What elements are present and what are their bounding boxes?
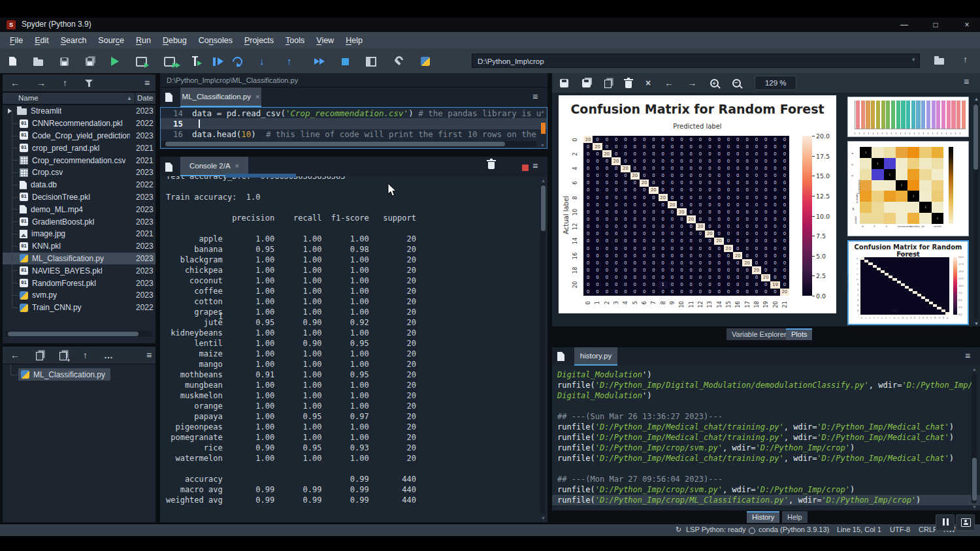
- file-row[interactable]: GradientBoost.pkl2023: [3, 215, 155, 228]
- save-icon[interactable]: [60, 57, 69, 66]
- scrollbar-thumb[interactable]: [165, 142, 505, 146]
- file-row[interactable]: DecisionTree.pkl2023: [3, 191, 155, 204]
- menu-debug[interactable]: Debug: [157, 32, 193, 49]
- next-plot-icon[interactable]: →: [687, 78, 696, 88]
- copy-icon[interactable]: [36, 352, 43, 360]
- scroll-up-icon[interactable]: ▲: [972, 367, 977, 371]
- close-button[interactable]: ×: [959, 19, 975, 31]
- scroll-up-icon[interactable]: ▲: [540, 109, 545, 114]
- maximize-pane-icon[interactable]: [366, 57, 376, 67]
- forward-icon[interactable]: →: [37, 78, 46, 88]
- save-all-plots-icon[interactable]: [582, 79, 591, 87]
- scroll-down-icon[interactable]: ▼: [972, 505, 977, 509]
- thumbnails-scrollbar[interactable]: [973, 103, 978, 319]
- history-log[interactable]: Digital_Modulation')runfile('D:/Python_I…: [552, 366, 980, 511]
- file-row[interactable]: CNNRecommendation.pkl2022: [3, 118, 155, 130]
- code-line[interactable]: 15: [161, 118, 547, 129]
- files-menu-icon[interactable]: ≡: [144, 78, 150, 88]
- scrollbar-thumb[interactable]: [973, 104, 978, 170]
- preferences-icon[interactable]: [393, 56, 404, 67]
- filter-icon[interactable]: [84, 79, 93, 87]
- maximize-button[interactable]: □: [928, 19, 943, 31]
- file-row[interactable]: image.jpg2021: [3, 228, 155, 240]
- scroll-up-icon[interactable]: ▲: [974, 97, 979, 101]
- files-horizontal-scrollbar[interactable]: [5, 331, 152, 337]
- scroll-down-icon[interactable]: ▼: [974, 321, 979, 326]
- code-line[interactable]: 14data = pd.read_csv('Crop_recommendatio…: [161, 108, 547, 118]
- file-row[interactable]: RandomForest.pkl2023: [3, 277, 155, 289]
- file-row[interactable]: Streamlit2023: [3, 105, 155, 118]
- pythonpath-icon[interactable]: [421, 57, 430, 66]
- run-file-icon[interactable]: [111, 57, 119, 66]
- interrupt-kernel-icon[interactable]: [522, 165, 529, 171]
- up-icon[interactable]: ↑: [63, 78, 67, 88]
- zoom-level[interactable]: 129 %: [755, 76, 796, 90]
- remove-plot-icon[interactable]: [625, 81, 632, 88]
- menu-run[interactable]: Run: [130, 32, 157, 49]
- menu-search[interactable]: Search: [55, 32, 93, 49]
- outline-menu-icon[interactable]: ≡: [146, 350, 152, 360]
- run-cell-icon[interactable]: [136, 57, 147, 67]
- tab-history[interactable]: History: [747, 511, 779, 523]
- file-row[interactable]: Crop.csv2023: [3, 166, 155, 179]
- scroll-up-icon[interactable]: ▲: [541, 178, 546, 183]
- scroll-down-icon[interactable]: ▼: [541, 516, 546, 520]
- outline-item[interactable]: ML_Classification.py: [18, 368, 110, 381]
- panel-button[interactable]: [956, 514, 975, 531]
- browse-tabs-icon[interactable]: [557, 352, 564, 361]
- minimize-button[interactable]: —: [896, 19, 912, 31]
- column-name[interactable]: Name: [18, 94, 39, 102]
- code-line[interactable]: 16data.head(10) # this line of code will…: [161, 129, 547, 140]
- scrollbar-thumb[interactable]: [541, 185, 546, 231]
- step-return-icon[interactable]: ↑: [287, 56, 297, 67]
- run-cell-advance-icon[interactable]: [164, 57, 175, 67]
- menu-projects[interactable]: Projects: [238, 32, 280, 49]
- history-options-icon[interactable]: ≡: [965, 351, 970, 361]
- save-plot-icon[interactable]: [560, 79, 568, 87]
- menu-edit[interactable]: Edit: [29, 32, 55, 49]
- tab-help[interactable]: Help: [782, 511, 808, 523]
- scrollbar-thumb[interactable]: [972, 458, 977, 501]
- browse-tabs-icon[interactable]: [165, 163, 172, 172]
- copy-image-icon[interactable]: [604, 80, 612, 88]
- step-into-icon[interactable]: ↓: [259, 56, 270, 67]
- close-tab-icon[interactable]: ×: [255, 93, 259, 101]
- debug-file-icon[interactable]: [213, 57, 216, 66]
- go-up-icon[interactable]: ↑: [83, 350, 88, 360]
- run-to-line-icon[interactable]: [231, 54, 244, 68]
- menu-source[interactable]: Source: [92, 32, 130, 49]
- editor-horizontal-scrollbar[interactable]: [161, 141, 537, 147]
- file-row[interactable]: Code_Crop_yield_prediction.rar2023: [3, 130, 155, 142]
- chevron-down-icon[interactable]: ▾: [912, 56, 915, 63]
- history-file-tab[interactable]: history.py: [574, 347, 617, 366]
- more-icon[interactable]: …: [104, 350, 113, 360]
- menu-help[interactable]: Help: [340, 32, 368, 49]
- file-row[interactable]: Crop_recommendation.csv2021: [3, 154, 155, 166]
- menu-consoles[interactable]: Consoles: [193, 32, 238, 49]
- run-selection-icon[interactable]: [194, 57, 196, 66]
- file-row[interactable]: NAVIES_BAYES.pkl2023: [3, 264, 155, 277]
- scroll-down-icon[interactable]: ▼: [540, 143, 545, 148]
- column-date[interactable]: Date: [137, 94, 153, 102]
- stop-icon[interactable]: [342, 58, 349, 65]
- menu-file[interactable]: File: [4, 32, 29, 49]
- file-row[interactable]: Train_CNN.py2022: [3, 302, 155, 314]
- sort-ascending-icon[interactable]: ▲: [127, 95, 132, 101]
- file-row[interactable]: KNN.pkl2023: [3, 240, 155, 253]
- copy-plus-icon[interactable]: [59, 352, 67, 360]
- plots-options-icon[interactable]: ≡: [964, 76, 969, 87]
- pause-button[interactable]: [936, 514, 955, 531]
- plot-thumbnail-countplot[interactable]: [847, 97, 969, 137]
- tab-variable-explorer[interactable]: Variable Explorer: [727, 328, 792, 340]
- remove-variables-icon[interactable]: [488, 162, 495, 169]
- file-row[interactable]: ML_Classification.py2023: [3, 253, 155, 265]
- working-directory-input[interactable]: D:\Python_Imp\crop: [472, 54, 920, 68]
- interpreter-status[interactable]: conda (Python 3.9.13): [759, 526, 829, 533]
- open-file-icon[interactable]: [33, 59, 43, 66]
- tab-plots[interactable]: Plots: [786, 328, 812, 340]
- close-all-plots-icon[interactable]: ×: [645, 78, 651, 88]
- ipython-console[interactable]: Test accuracy_DTC: 0.9863636363636363 Tr…: [160, 176, 547, 522]
- zoom-out-icon[interactable]: [732, 79, 741, 87]
- file-row[interactable]: crop_pred_rand.pkl2021: [3, 142, 155, 154]
- back-icon[interactable]: ←: [10, 350, 20, 360]
